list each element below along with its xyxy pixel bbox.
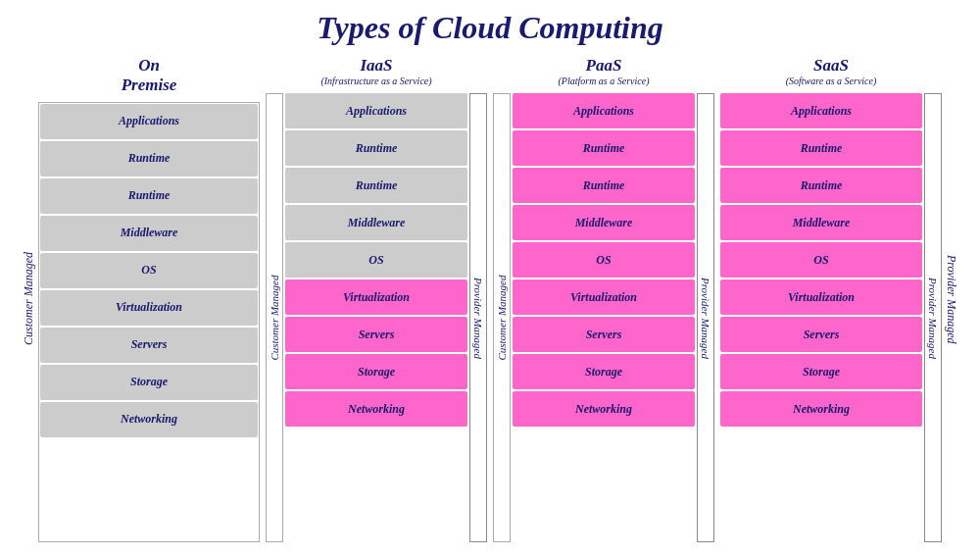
col-inner-paas: Customer ManagedApplicationsRuntimeRunti… <box>493 93 714 542</box>
block-on-premise-3: Middleware <box>40 216 258 251</box>
block-paas-0: Applications <box>513 93 695 128</box>
block-iaas-4: OS <box>285 242 467 278</box>
col-title-saas: SaaS <box>786 56 877 76</box>
column-on-premise: OnPremiseApplicationsRuntimeRuntimeMiddl… <box>38 56 260 542</box>
block-saas-6: Servers <box>720 317 922 352</box>
col-header-on-premise: OnPremise <box>122 56 177 96</box>
col-title-iaas: IaaS <box>320 56 431 76</box>
col-right-label-paas: Provider Managed <box>698 94 713 541</box>
block-on-premise-8: Networking <box>40 402 258 437</box>
col-title-on-premise: OnPremise <box>122 56 177 96</box>
block-on-premise-6: Servers <box>40 328 258 363</box>
block-saas-3: Middleware <box>720 205 922 240</box>
block-paas-5: Virtualization <box>513 279 695 315</box>
col-blocks-iaas: ApplicationsRuntimeRuntimeMiddlewareOSVi… <box>285 93 467 542</box>
block-iaas-3: Middleware <box>285 205 467 240</box>
column-iaas: IaaS(Infrastructure as a Service)Custome… <box>266 56 487 542</box>
block-paas-7: Storage <box>513 354 695 389</box>
block-on-premise-0: Applications <box>40 104 258 139</box>
col-inner-iaas: Customer ManagedApplicationsRuntimeRunti… <box>266 93 487 542</box>
block-iaas-1: Runtime <box>285 130 467 166</box>
col-subtitle-paas: (Platform as a Service) <box>558 76 649 87</box>
block-iaas-7: Storage <box>285 354 467 389</box>
col-blocks-saas: ApplicationsRuntimeRuntimeMiddlewareOSVi… <box>720 93 922 542</box>
col-left-label-iaas: Customer Managed <box>267 94 282 541</box>
block-on-premise-5: Virtualization <box>40 290 258 326</box>
block-iaas-5: Virtualization <box>285 279 467 315</box>
global-customer-managed-label: Customer Managed <box>20 56 38 542</box>
block-saas-8: Networking <box>720 391 922 427</box>
block-saas-5: Virtualization <box>720 279 922 315</box>
col-right-label-iaas: Provider Managed <box>470 94 486 541</box>
col-header-iaas: IaaS(Infrastructure as a Service) <box>320 56 431 87</box>
col-right-label-saas: Provider Managed <box>925 94 941 541</box>
column-paas: PaaS(Platform as a Service)Customer Mana… <box>493 56 714 542</box>
col-title-paas: PaaS <box>558 56 649 76</box>
block-paas-1: Runtime <box>513 130 695 166</box>
col-blocks-paas: ApplicationsRuntimeRuntimeMiddlewareOSVi… <box>513 93 695 542</box>
block-iaas-8: Networking <box>285 391 467 427</box>
block-iaas-6: Servers <box>285 317 467 352</box>
col-header-saas: SaaS(Software as a Service) <box>786 56 877 87</box>
block-on-premise-4: OS <box>40 253 258 288</box>
col-inner-saas: ApplicationsRuntimeRuntimeMiddlewareOSVi… <box>720 93 942 542</box>
main-title: Types of Cloud Computing <box>317 10 663 46</box>
block-on-premise-7: Storage <box>40 365 258 400</box>
block-saas-7: Storage <box>720 354 922 389</box>
col-subtitle-saas: (Software as a Service) <box>786 76 877 87</box>
block-saas-4: OS <box>720 242 922 278</box>
block-paas-8: Networking <box>513 391 695 427</box>
global-provider-managed-label: Provider Managed <box>942 56 960 542</box>
block-saas-2: Runtime <box>720 168 922 203</box>
block-saas-1: Runtime <box>720 130 922 166</box>
block-paas-6: Servers <box>513 317 695 352</box>
block-on-premise-1: Runtime <box>40 141 258 177</box>
col-subtitle-iaas: (Infrastructure as a Service) <box>320 76 431 87</box>
block-iaas-0: Applications <box>285 93 467 128</box>
block-saas-0: Applications <box>720 93 922 128</box>
col-header-paas: PaaS(Platform as a Service) <box>558 56 649 87</box>
col-blocks-on-premise: ApplicationsRuntimeRuntimeMiddlewareOSVi… <box>38 102 260 542</box>
col-left-label-paas: Customer Managed <box>494 94 510 541</box>
block-paas-3: Middleware <box>513 205 695 240</box>
col-inner-on-premise: ApplicationsRuntimeRuntimeMiddlewareOSVi… <box>38 102 260 542</box>
columns-wrapper: OnPremiseApplicationsRuntimeRuntimeMiddl… <box>38 56 942 542</box>
block-paas-4: OS <box>513 242 695 278</box>
main-container: Types of Cloud Computing Customer Manage… <box>0 0 980 557</box>
diagram-area: Customer Managed OnPremiseApplicationsRu… <box>20 56 960 542</box>
block-paas-2: Runtime <box>513 168 695 203</box>
column-saas: SaaS(Software as a Service)ApplicationsR… <box>720 56 942 542</box>
block-on-premise-2: Runtime <box>40 178 258 214</box>
block-iaas-2: Runtime <box>285 168 467 203</box>
